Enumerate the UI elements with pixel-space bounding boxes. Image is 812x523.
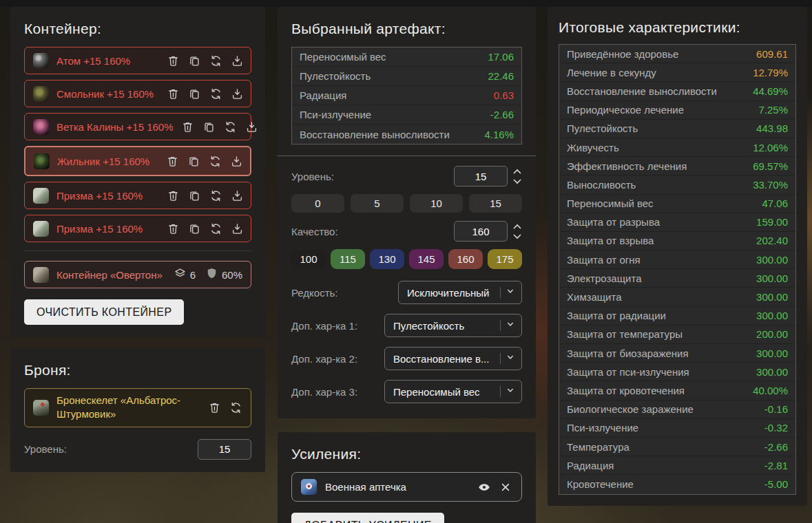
duplicate-icon[interactable] xyxy=(187,87,201,100)
artifact-label: Жильник +15 160% xyxy=(57,156,149,167)
duplicate-icon[interactable] xyxy=(202,120,216,134)
spinner-down-icon[interactable] xyxy=(512,178,522,184)
container-artifact-row[interactable]: Жильник +15 160% xyxy=(24,146,251,176)
quality-preset-button[interactable]: 100 xyxy=(291,249,326,269)
level-input[interactable] xyxy=(454,166,508,186)
artifact-thumbnail xyxy=(33,221,49,237)
container-artifact-row[interactable]: Атом +15 160% xyxy=(24,47,251,74)
armor-title: Броня: xyxy=(24,362,251,378)
stat-row: Электрозащита300.00 xyxy=(559,269,795,288)
extra-stat-select[interactable]: Переносимый вес xyxy=(384,380,522,403)
duplicate-icon[interactable] xyxy=(187,54,201,67)
stat-row: Живучесть12.06% xyxy=(559,138,795,157)
delete-icon[interactable] xyxy=(207,401,221,414)
save-icon[interactable] xyxy=(245,120,259,134)
spinner-up-icon[interactable] xyxy=(512,169,522,175)
quality-input[interactable] xyxy=(454,221,508,242)
delete-icon[interactable] xyxy=(166,54,180,67)
save-icon[interactable] xyxy=(230,189,244,202)
stat-label: Лечение в секунду xyxy=(567,67,656,78)
delete-icon[interactable] xyxy=(181,120,195,134)
stat-row: Биологическое заражение-0.16 xyxy=(559,401,795,419)
visibility-icon[interactable] xyxy=(477,480,491,494)
extra-stat-select[interactable]: Пулестойкость xyxy=(384,314,522,337)
stat-row: Температура-2.66 xyxy=(559,438,795,456)
stat-value: 0.63 xyxy=(494,89,514,101)
save-icon[interactable] xyxy=(229,154,243,168)
chevron-down-icon xyxy=(505,286,516,299)
extra-stat-select[interactable]: Восстановление в... xyxy=(384,347,522,370)
quality-preset-button[interactable]: 175 xyxy=(488,249,522,269)
duplicate-icon[interactable] xyxy=(187,189,201,202)
quality-preset-button[interactable]: 145 xyxy=(409,249,444,269)
artifact-label: Ветка Калины +15 160% xyxy=(56,121,174,133)
selected-artifact-panel: Выбранный артефакт: Переносимый вес17.06… xyxy=(278,7,536,418)
level-preset-button[interactable]: 10 xyxy=(410,194,463,213)
stat-value: 200.00 xyxy=(756,328,788,340)
container-artifact-row[interactable]: Призма +15 160% xyxy=(24,215,251,242)
save-icon[interactable] xyxy=(230,222,244,235)
reroll-icon[interactable] xyxy=(208,154,222,168)
level-presets: 051015 xyxy=(291,194,522,213)
delete-icon[interactable] xyxy=(166,222,180,235)
duplicate-icon[interactable] xyxy=(187,154,200,168)
reroll-icon[interactable] xyxy=(209,189,222,202)
armor-name: Бронескелет «Альбатрос-Штурмовик» xyxy=(56,394,194,422)
stat-row: Пси-излучение-2.66 xyxy=(292,105,521,125)
level-preset-button[interactable]: 5 xyxy=(351,194,404,213)
level-preset-button[interactable]: 15 xyxy=(469,194,522,213)
chevron-down-icon xyxy=(505,385,516,398)
stat-value: 300.00 xyxy=(756,291,788,303)
level-preset-button[interactable]: 0 xyxy=(291,194,344,213)
stat-value: 300.00 xyxy=(756,348,788,359)
clear-container-button[interactable]: ОЧИСТИТЬ КОНТЕЙНЕР xyxy=(24,299,184,325)
selected-artifact-title: Выбранный артефакт: xyxy=(291,21,522,37)
quality-preset-button[interactable]: 130 xyxy=(370,249,404,269)
boost-row[interactable]: Военная аптечка xyxy=(291,472,522,502)
reroll-icon[interactable] xyxy=(209,222,222,235)
remove-icon[interactable] xyxy=(499,480,512,494)
stat-label: Защита от огня xyxy=(567,254,641,266)
delete-icon[interactable] xyxy=(166,189,180,202)
container-protection-value: 60% xyxy=(222,269,242,281)
armor-row[interactable]: Бронескелет «Альбатрос-Штурмовик» xyxy=(24,388,251,427)
stat-value: 69.57% xyxy=(753,160,788,172)
stat-label: Радиация xyxy=(567,460,614,471)
quality-preset-button[interactable]: 160 xyxy=(448,249,483,269)
spinner-up-icon[interactable] xyxy=(512,224,522,230)
rarity-label: Редкость: xyxy=(291,287,338,299)
stat-label: Защита от биозаражения xyxy=(567,348,689,359)
reroll-icon[interactable] xyxy=(209,87,222,100)
quality-preset-button[interactable]: 115 xyxy=(331,249,365,269)
extra-stat-row: Доп. хар-ка 3:Переносимый вес xyxy=(291,380,522,403)
shield-icon xyxy=(205,267,218,282)
save-icon[interactable] xyxy=(230,54,244,67)
container-row[interactable]: Контейнер «Овертон» 6 60% xyxy=(24,261,251,288)
save-icon[interactable] xyxy=(230,87,244,100)
extra-stat-value: Переносимый вес xyxy=(393,386,496,398)
reroll-icon[interactable] xyxy=(224,120,238,134)
delete-icon[interactable] xyxy=(165,154,179,168)
container-title: Контейнер: xyxy=(24,21,251,37)
reroll-icon[interactable] xyxy=(209,54,222,67)
container-artifact-row[interactable]: Смольник +15 160% xyxy=(24,80,251,107)
reroll-icon[interactable] xyxy=(229,401,242,414)
stat-row: Радиация0.63 xyxy=(292,86,521,105)
container-artifact-row[interactable]: Ветка Калины +15 160% xyxy=(24,113,251,140)
stat-label: Защита от температуры xyxy=(567,328,683,340)
stat-row: Кровотечение-5.00 xyxy=(559,475,795,493)
spinner-down-icon[interactable] xyxy=(512,233,522,239)
stat-value: 202.40 xyxy=(756,235,788,246)
totals-title: Итоговые характеристики: xyxy=(559,19,796,36)
stat-row: Пулестойкость443.98 xyxy=(559,120,795,138)
armor-level-input[interactable] xyxy=(198,439,251,460)
delete-icon[interactable] xyxy=(166,87,180,100)
duplicate-icon[interactable] xyxy=(187,222,201,235)
totals-table: Приведённое здоровье609.61Лечение в секу… xyxy=(559,44,796,495)
stat-row: Пулестойкость22.46 xyxy=(292,67,521,86)
add-boost-button[interactable]: ДОБАВИТЬ УСИЛЕНИЕ xyxy=(291,513,444,523)
container-artifact-row[interactable]: Призма +15 160% xyxy=(24,182,251,209)
stat-label: Переносимый вес xyxy=(567,198,654,209)
rarity-select[interactable]: Исключительный xyxy=(398,281,522,304)
top-bar xyxy=(0,0,812,7)
